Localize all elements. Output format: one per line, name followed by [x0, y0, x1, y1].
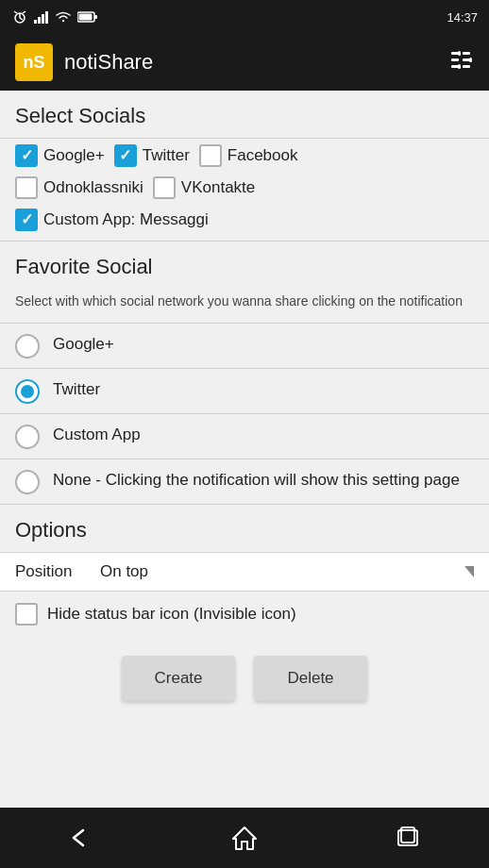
checkbox-customapp[interactable]: Custom App: Messaggi	[15, 209, 209, 231]
radio-none[interactable]: None - Clicking the notification will sh…	[0, 459, 489, 504]
buttons-row: Create Delete	[0, 637, 489, 716]
favorite-social-section: Favorite Social Select with which social…	[0, 242, 489, 505]
radio-googleplus-circle[interactable]	[15, 334, 40, 359]
svg-rect-16	[463, 58, 470, 61]
position-value: On top	[100, 562, 457, 581]
radio-googleplus[interactable]: Google+	[0, 324, 489, 368]
hide-status-label: Hide status bar icon (Invisible icon)	[47, 605, 296, 624]
status-bar-time: 14:37	[447, 10, 478, 25]
app-logo: nS	[15, 43, 53, 81]
checkbox-odnoklassniki[interactable]: Odnoklassniki	[15, 176, 143, 199]
svg-rect-13	[451, 58, 459, 61]
svg-rect-15	[463, 52, 470, 55]
settings-icon	[447, 46, 474, 73]
svg-rect-19	[458, 64, 461, 69]
select-socials-title: Select Socials	[0, 91, 489, 138]
create-button[interactable]: Create	[122, 656, 235, 701]
radio-twitter[interactable]: Twitter	[0, 369, 489, 413]
radio-none-label: None - Clicking the notification will sh…	[53, 469, 474, 492]
svg-rect-8	[45, 11, 48, 24]
svg-marker-21	[233, 827, 256, 849]
svg-rect-17	[463, 65, 470, 68]
svg-line-3	[14, 11, 17, 13]
app-bar-left: nS notiShare	[15, 43, 153, 81]
radio-customapp[interactable]: Custom App	[0, 414, 489, 459]
radio-customapp-circle[interactable]	[15, 425, 40, 449]
checkbox-customapp-box[interactable]	[15, 209, 38, 231]
checkbox-odnoklassniki-label: Odnoklassniki	[43, 178, 143, 197]
recents-icon	[395, 826, 421, 849]
checkbox-customapp-label: Custom App: Messaggi	[43, 210, 209, 229]
position-row[interactable]: Position On top	[0, 552, 489, 592]
checkbox-vkontakte-box[interactable]	[153, 176, 176, 199]
options-section: Options Position On top Hide status bar …	[0, 505, 489, 637]
svg-rect-12	[451, 52, 459, 55]
checkbox-vkontakte[interactable]: VKontakte	[153, 176, 255, 199]
checkbox-googleplus[interactable]: Google+	[15, 144, 105, 167]
radio-none-circle[interactable]	[15, 470, 40, 494]
hide-status-checkbox[interactable]	[15, 603, 38, 626]
options-title: Options	[0, 505, 489, 552]
checkbox-twitter-box[interactable]	[114, 144, 137, 167]
hide-status-row[interactable]: Hide status bar icon (Invisible icon)	[0, 592, 489, 637]
checkbox-vkontakte-label: VKontakte	[181, 178, 255, 197]
status-bar-left-icons	[11, 10, 98, 24]
svg-rect-11	[79, 14, 93, 21]
position-label: Position	[15, 562, 100, 581]
svg-rect-6	[38, 17, 41, 24]
status-bar: 14:37	[0, 0, 489, 34]
radio-twitter-circle[interactable]	[15, 379, 40, 404]
radio-customapp-label: Custom App	[53, 424, 474, 446]
favorite-social-desc: Select with which social network you wan…	[0, 289, 489, 323]
checkbox-googleplus-box[interactable]	[15, 144, 38, 167]
position-dropdown-arrow	[464, 566, 474, 577]
socials-row-1: Google+ Twitter Facebook	[0, 139, 489, 176]
checkbox-twitter-label: Twitter	[143, 146, 190, 165]
svg-rect-7	[42, 14, 44, 24]
select-socials-section: Select Socials Google+ Twitter Facebook …	[0, 91, 489, 241]
home-button[interactable]	[212, 816, 277, 860]
svg-rect-14	[451, 65, 459, 68]
recents-button[interactable]	[376, 817, 440, 859]
main-content: Select Socials Google+ Twitter Facebook …	[0, 91, 489, 808]
alarm-icon	[11, 10, 28, 24]
back-icon	[68, 826, 94, 849]
favorite-social-title: Favorite Social	[0, 242, 489, 289]
checkbox-facebook[interactable]: Facebook	[199, 144, 298, 167]
settings-button[interactable]	[447, 46, 474, 78]
back-button[interactable]	[49, 817, 113, 859]
radio-twitter-label: Twitter	[53, 378, 474, 401]
svg-rect-20	[469, 58, 472, 62]
wifi-icon	[55, 10, 72, 24]
checkbox-twitter[interactable]: Twitter	[114, 144, 190, 167]
svg-rect-5	[34, 20, 37, 24]
checkbox-odnoklassniki-box[interactable]	[15, 176, 38, 199]
radio-googleplus-label: Google+	[53, 333, 474, 356]
app-title: notiShare	[64, 50, 153, 75]
app-bar: nS notiShare	[0, 34, 489, 91]
svg-line-4	[23, 11, 25, 13]
checkbox-facebook-label: Facebook	[228, 146, 298, 165]
socials-row-2: Odnoklassniki VKontakte	[0, 176, 489, 209]
bottom-nav	[0, 808, 489, 868]
svg-rect-10	[94, 15, 97, 19]
battery-icon	[77, 10, 98, 24]
svg-rect-18	[458, 51, 461, 56]
socials-row-3: Custom App: Messaggi	[0, 209, 489, 241]
svg-line-2	[20, 18, 23, 20]
delete-button[interactable]: Delete	[254, 656, 367, 701]
checkbox-facebook-box[interactable]	[199, 144, 222, 167]
signal-icon	[34, 10, 49, 24]
checkbox-googleplus-label: Google+	[43, 146, 105, 165]
home-icon	[231, 826, 258, 850]
